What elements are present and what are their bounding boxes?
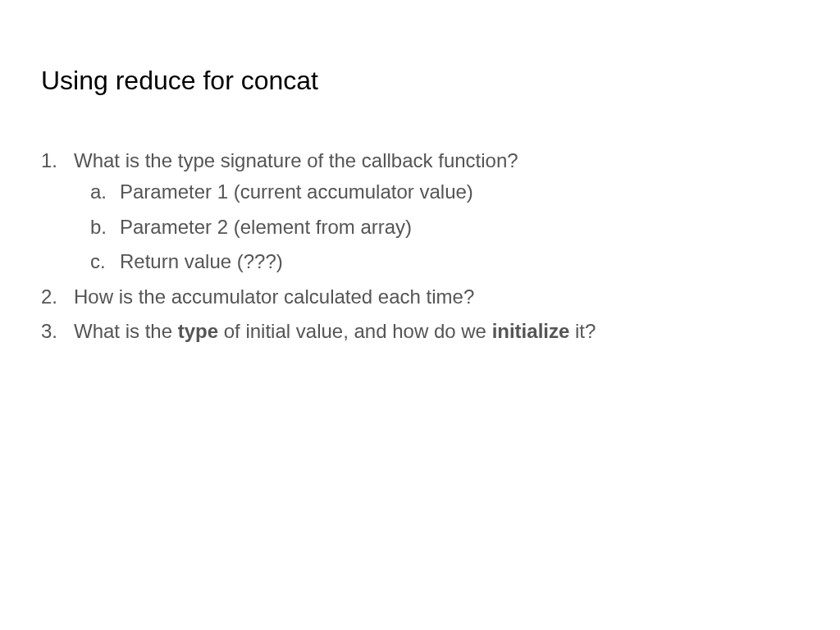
list-item: What is the type of initial value, and h… — [41, 316, 799, 347]
list-item: What is the type signature of the callba… — [41, 145, 799, 278]
bold-word: initialize — [492, 320, 570, 342]
sub-item-text: Parameter 1 (current accumulator value) — [120, 180, 473, 203]
list-item: How is the accumulator calculated each t… — [41, 281, 799, 313]
sub-item-text: Return value (???) — [120, 250, 283, 272]
sub-item-text: Parameter 2 (element from array) — [120, 216, 412, 238]
question-text: How is the accumulator calculated each t… — [74, 285, 474, 308]
question-text: What is the type signature of the callba… — [74, 149, 518, 171]
bold-word: type — [178, 320, 218, 342]
question-text-part: What is the — [74, 320, 178, 342]
sub-list: Parameter 1 (current accumulator value) … — [90, 176, 799, 277]
slide-content: What is the type signature of the callba… — [41, 145, 799, 347]
slide-title: Using reduce for concat — [41, 66, 799, 96]
question-text-part: it? — [569, 320, 596, 342]
main-list: What is the type signature of the callba… — [41, 145, 799, 347]
list-item: Return value (???) — [90, 246, 799, 277]
list-item: Parameter 2 (element from array) — [90, 212, 799, 243]
question-text-part: of initial value, and how do we — [218, 320, 492, 342]
list-item: Parameter 1 (current accumulator value) — [90, 176, 799, 208]
